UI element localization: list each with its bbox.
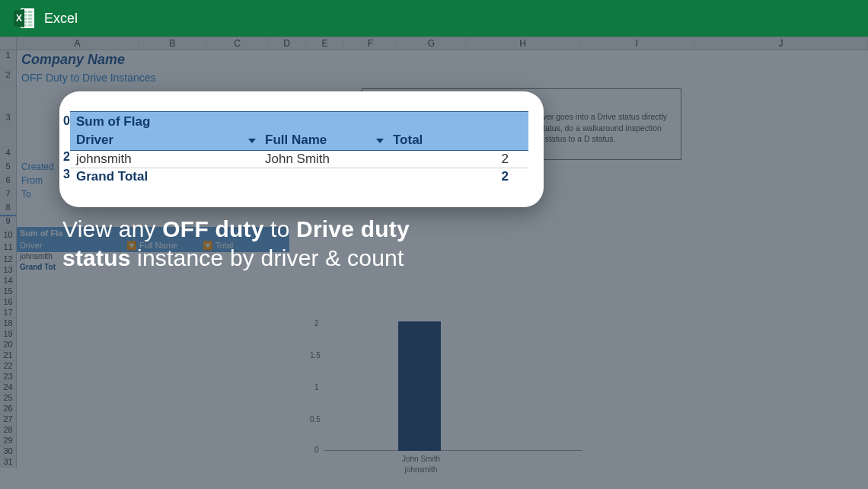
row-header-6[interactable]: 6 (0, 175, 16, 189)
pivot-cell-fullname: John Smith (265, 152, 393, 167)
callout-caption: View any OFF duty to Drive dutystatus in… (62, 215, 410, 272)
filter-dropdown-icon[interactable] (376, 139, 384, 143)
pivot-data-row[interactable]: johnsmith John Smith 2 (70, 151, 528, 168)
col-header-J[interactable]: J (694, 37, 868, 50)
pivot-col-total: Total (393, 133, 522, 148)
column-headers[interactable]: A B C D E F G H I J (0, 37, 868, 50)
excel-app-icon: X (12, 6, 37, 30)
app-name: Excel (44, 11, 78, 27)
pivot-col-driver-label: Driver (76, 133, 113, 147)
row-header-22[interactable]: 22 (0, 361, 16, 372)
row-header-27[interactable]: 27 (0, 414, 16, 425)
pivot-col-fullname-label: Full Name (265, 133, 327, 147)
svg-rect-5 (28, 14, 33, 17)
pivot-header-row: Driver Full Name Total (70, 132, 528, 151)
pivot-callout-card: 0 2 3 Sum of Flag Driver Full Name Total… (59, 91, 544, 207)
row-header-15[interactable]: 15 (0, 286, 16, 297)
col-header-H[interactable]: H (466, 37, 580, 50)
callout-edge-3: 3 (59, 168, 70, 181)
report-subtitle-cell[interactable]: OFF Duty to Drive Instances (17, 70, 868, 87)
callout-edge-2: 2 (59, 150, 70, 164)
row-header-2[interactable]: 2 (0, 70, 16, 87)
callout-edge-0: 0 (59, 114, 70, 128)
row-header-26[interactable]: 26 (0, 404, 16, 414)
background-bar-chart[interactable]: 0 0.5 1 1.5 2 John Smith johnsmith (301, 303, 590, 478)
row-header-24[interactable]: 24 (0, 382, 16, 393)
chart-xlabel-primary: John Smith (398, 455, 444, 463)
pivot-grand-spacer (265, 169, 393, 184)
row-header-25[interactable]: 25 (0, 393, 16, 404)
row-header-3[interactable]: 3 (0, 87, 16, 148)
titlebar: X Excel (0, 0, 868, 37)
col-header-C[interactable]: C (207, 37, 268, 50)
chart-ytick-4: 2 (314, 319, 319, 328)
col-header-G[interactable]: G (397, 37, 466, 50)
col-header-B[interactable]: B (139, 37, 207, 50)
pivot-grand-row: Grand Total 2 (70, 168, 528, 185)
chart-ytick-3: 1.5 (310, 351, 321, 360)
col-header-E[interactable]: E (306, 37, 344, 50)
pivot-grand-total: 2 (393, 169, 522, 184)
row-header-29[interactable]: 29 (0, 436, 16, 446)
chart-baseline (324, 450, 582, 451)
svg-rect-11 (28, 24, 33, 27)
svg-rect-7 (28, 18, 33, 20)
chart-ytick-1: 0.5 (310, 415, 321, 423)
row-header-8[interactable]: 8 (0, 203, 16, 216)
chart-ytick-2: 1 (314, 383, 319, 392)
col-header-F[interactable]: F (344, 37, 397, 50)
pivot-grand-label: Grand Total (76, 169, 265, 184)
row-header-5[interactable]: 5 (0, 161, 16, 175)
row-header-10[interactable]: 10 (0, 230, 16, 242)
pivot-title: Sum of Flag (70, 111, 528, 132)
filter-dropdown-icon[interactable] (248, 139, 256, 143)
select-all-corner[interactable] (0, 37, 17, 50)
row-header-20[interactable]: 20 (0, 340, 16, 350)
row-header-19[interactable]: 19 (0, 329, 16, 340)
company-name-cell[interactable]: Company Name (17, 50, 868, 70)
row-header-4[interactable]: 4 (0, 148, 16, 161)
col-header-I[interactable]: I (580, 37, 694, 50)
pivot-col-driver[interactable]: Driver (76, 133, 265, 148)
row-header-13[interactable]: 13 (0, 265, 16, 276)
pivot-cell-total: 2 (393, 152, 522, 167)
chart-bar-johnsmith (398, 321, 441, 451)
row-header-9[interactable]: 9 (0, 216, 16, 230)
row-header-18[interactable]: 18 (0, 318, 16, 329)
row-header-31[interactable]: 31 (0, 457, 16, 468)
col-header-D[interactable]: D (268, 37, 306, 50)
svg-rect-3 (28, 11, 33, 13)
row-header-14[interactable]: 14 (0, 276, 16, 286)
svg-text:X: X (16, 13, 22, 24)
pivot-cell-driver: johnsmith (76, 152, 265, 167)
svg-rect-9 (28, 21, 33, 24)
pivot-col-fullname[interactable]: Full Name (265, 133, 393, 148)
chart-ytick-0: 0 (314, 446, 319, 454)
row-header-7[interactable]: 7 (0, 189, 16, 203)
row-header-28[interactable]: 28 (0, 425, 16, 436)
row-header-12[interactable]: 12 (0, 254, 16, 265)
row-header-11[interactable]: 11 (0, 242, 16, 254)
row-header-23[interactable]: 23 (0, 372, 16, 382)
col-header-A[interactable]: A (17, 37, 139, 50)
row-header-30[interactable]: 30 (0, 446, 16, 457)
chart-xlabel-secondary: johnsmith (398, 465, 444, 474)
row-header-17[interactable]: 17 (0, 308, 16, 318)
row-header-21[interactable]: 21 (0, 350, 16, 361)
row-header-16[interactable]: 16 (0, 297, 16, 308)
row-headers[interactable]: 1 2 3 4 5 6 7 8 9 10 11 12 13 14 15 16 1… (0, 50, 17, 468)
row-header-1[interactable]: 1 (0, 50, 16, 70)
